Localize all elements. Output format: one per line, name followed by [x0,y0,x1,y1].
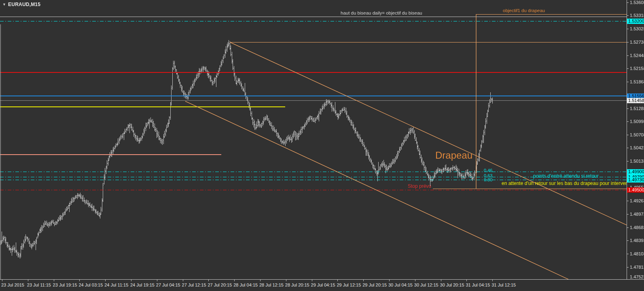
price-axis-label: 1.50708 [630,132,644,137]
price-tick-mark [627,42,629,42]
time-axis-label: 29 Jul 04:15 [311,283,335,287]
time-tick-mark [2,280,2,281]
time-tick-mark [441,280,441,281]
price-badge-1.51458: 1.51458 [627,98,644,103]
time-tick-mark [183,280,183,281]
price-axis: 1.536081.533181.530281.527381.524481.521… [627,0,644,279]
trendlines-layer [0,0,627,279]
time-axis-label: 29 Jul 20:15 [362,283,387,287]
fib-level-046-label: 0.46 [484,168,492,173]
time-axis-label: 30 Jul 12:15 [414,283,439,287]
time-axis-label: 31 Jul 04:15 [466,283,490,287]
price-axis-label: 1.52158 [630,66,644,71]
price-axis-label: 1.51288 [630,106,644,111]
time-axis-label: 27 Jul 12:15 [182,283,206,287]
time-tick-mark [105,280,106,281]
time-axis-label: 23 Jul 19:15 [53,283,77,287]
time-axis-label: 23 Jul 2015 [1,283,24,287]
price-tick-mark [627,254,629,254]
price-axis-label: 1.50133 [630,159,644,164]
price-axis-label: 1.49263 [630,198,644,203]
time-tick-mark [312,280,312,281]
price-axis-label: 1.48393 [630,238,644,243]
time-tick-mark [234,280,235,281]
time-tick-mark [28,280,28,281]
price-badge-1.49730: 1.49730 [627,177,644,183]
price-badge-1.53200: 1.53200 [627,19,644,24]
price-axis-label: 1.47813 [630,265,644,270]
time-axis-label: 31 Jul 12:15 [491,283,516,287]
time-axis-label: 28 Jul 20:15 [285,283,309,287]
time-axis: 23 Jul 201523 Jul 11:1523 Jul 19:1524 Ju… [0,279,644,291]
price-axis-label: 1.50998 [630,119,644,124]
mt4-chart-window: ▼EURAUD,M15 haut du biseau daily= object… [0,0,644,291]
time-axis-label: 29 Jul 12:15 [337,283,361,287]
price-axis-label: 1.47523 [630,274,644,279]
price-tick-mark [627,214,629,215]
time-tick-mark [286,280,286,281]
time-axis-label: 28 Jul 04:15 [233,283,258,287]
annotation-stop-prevu[interactable]: Stop prévu [408,183,431,189]
price-tick-mark [627,2,629,3]
time-axis-label: 24 Jul 19:15 [130,283,155,287]
annotation-objectif[interactable]: objectif1 du drapeau [503,8,545,13]
time-tick-mark [157,280,157,281]
time-axis-label: 28 Jul 12:15 [259,283,284,287]
time-tick-mark [389,280,390,281]
price-tick-mark [627,108,629,109]
price-tick-mark [627,227,629,228]
annotation-attente[interactable]: en attente d'un retour sur les bas du dr… [502,181,627,186]
annotation-points-entree[interactable]: points d'entré attendu si retour [533,173,599,179]
price-badge-1.49900: 1.49900 [627,169,644,174]
chart-area[interactable]: ▼EURAUD,M15 haut du biseau daily= object… [0,0,627,279]
price-tick-mark [627,55,629,56]
time-tick-mark [79,280,80,281]
symbol-period-label: EURAUD,M15 [8,2,40,7]
price-tick-mark [627,82,629,82]
time-tick-mark [415,280,415,281]
channel-lower-trendline[interactable] [185,101,568,279]
chart-title: ▼EURAUD,M15 [2,2,40,7]
price-tick-mark [627,267,629,268]
price-axis-label: 1.53318 [630,13,644,18]
time-axis-label: 30 Jul 20:15 [440,283,464,287]
time-axis-label: 24 Jul 03:15 [78,283,103,287]
price-tick-mark [627,240,629,241]
price-tick-mark [627,29,629,29]
time-axis-label: 27 Jul 04:15 [156,283,180,287]
time-axis-label: 24 Jul 11:15 [104,283,128,287]
price-axis-label: 1.53608 [630,0,644,5]
price-tick-mark [627,135,629,135]
time-tick-mark [337,280,338,281]
price-tick-mark [627,68,629,69]
price-axis-label: 1.50423 [630,145,644,150]
time-axis-label: 23 Jul 11:15 [27,283,51,287]
annotation-drapeau[interactable]: Drapeau [435,150,472,161]
time-tick-mark [54,280,54,281]
price-axis-label: 1.52448 [630,53,644,58]
channel-upper-trendline[interactable] [230,42,627,225]
price-tick-mark [627,161,629,161]
price-badge-1.49500: 1.49500 [627,187,644,193]
price-axis-label: 1.48973 [630,212,644,217]
time-tick-mark [131,280,131,281]
price-axis-label: 1.48103 [630,251,644,256]
time-tick-mark [466,280,467,281]
time-axis-label: 30 Jul 04:15 [388,283,413,287]
dropdown-triangle-icon[interactable]: ▼ [2,2,6,6]
time-tick-mark [492,280,493,281]
fib-level-080-label: 0.80 [484,177,492,182]
price-tick-mark [627,121,629,122]
price-axis-label: 1.51868 [630,79,644,84]
time-axis-label: 27 Jul 20:15 [208,283,232,287]
price-axis-label: 1.53028 [630,26,644,31]
price-tick-mark [627,201,629,201]
price-axis-label: 1.52738 [630,40,644,45]
price-axis-label: 1.48683 [630,225,644,230]
time-tick-mark [260,280,261,281]
time-tick-mark [363,280,364,281]
annotation-biseau[interactable]: haut du biseau daily= objectif du biseau [341,11,422,15]
time-tick-mark [208,280,209,281]
price-tick-mark [627,148,629,148]
price-tick-mark [627,15,629,16]
